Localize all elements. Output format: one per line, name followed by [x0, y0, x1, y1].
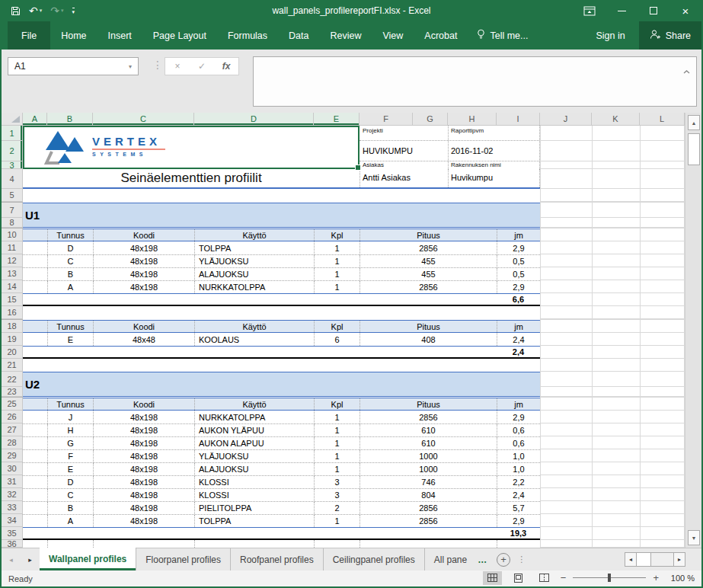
cell[interactable] [497, 540, 540, 548]
row-header[interactable]: 29 [2, 449, 23, 462]
column-header[interactable]: F [359, 113, 413, 126]
cell[interactable] [23, 437, 47, 449]
cell[interactable] [194, 528, 314, 538]
row-header[interactable]: 5 [2, 189, 23, 202]
cell[interactable] [23, 528, 47, 538]
ribbon-display-options-icon[interactable] [574, 0, 606, 21]
cell[interactable] [23, 294, 47, 305]
cell[interactable] [93, 347, 194, 357]
cell[interactable] [47, 347, 93, 357]
cell[interactable] [23, 268, 47, 280]
client-value[interactable]: Antti Asiakas [363, 173, 411, 182]
cell[interactable] [194, 294, 314, 305]
empty-cells-grid[interactable] [540, 126, 685, 548]
cell[interactable] [93, 540, 194, 548]
page-break-preview-icon[interactable] [535, 571, 554, 585]
header-koodi[interactable]: Koodi [93, 321, 194, 332]
cell[interactable] [23, 229, 47, 241]
cell[interactable] [314, 528, 359, 538]
header-koodi[interactable]: Koodi [93, 398, 194, 410]
row-header[interactable]: 4 [2, 169, 23, 189]
cell[interactable]: 2,4 [497, 333, 540, 346]
cell[interactable]: 48x48 [93, 333, 194, 346]
normal-view-icon[interactable] [483, 571, 502, 585]
row-header[interactable]: 18 [2, 320, 23, 333]
row-header[interactable]: 8 [2, 218, 23, 228]
tab-view[interactable]: View [372, 21, 414, 50]
cell[interactable]: 3 [314, 489, 359, 501]
cell[interactable]: 48x198 [93, 502, 194, 514]
column-header[interactable]: H [448, 113, 497, 126]
row-header[interactable]: 19 [2, 333, 23, 346]
cell[interactable]: 1000 [359, 450, 497, 462]
column-header[interactable]: A [23, 113, 47, 126]
cell[interactable]: 1 [314, 450, 359, 462]
cell[interactable]: 1 [314, 241, 359, 254]
total-value[interactable]: 19,3 [497, 528, 540, 538]
header-jm[interactable]: jm [497, 398, 540, 410]
cell[interactable] [194, 540, 314, 548]
cell[interactable]: 1 [314, 268, 359, 280]
cell[interactable]: 2856 [359, 502, 497, 514]
cell[interactable] [23, 255, 47, 267]
name-box[interactable]: A1 ▾ [8, 57, 139, 75]
column-header[interactable]: K [592, 113, 640, 126]
header-kpl[interactable]: Kpl [314, 229, 359, 241]
customize-qat-icon[interactable]: ▾ [72, 8, 75, 14]
cell[interactable]: 48x198 [93, 411, 194, 423]
cell[interactable]: 1 [314, 411, 359, 423]
row-header[interactable]: 20 [2, 346, 23, 359]
sheet-nav-right-icon[interactable]: ▸ [21, 548, 40, 570]
cell[interactable]: 1 [314, 515, 359, 527]
header-koodi[interactable]: Koodi [93, 229, 194, 241]
minimize-button[interactable] [606, 0, 637, 21]
column-header[interactable]: D [194, 113, 314, 126]
cell[interactable]: 2 [314, 502, 359, 514]
cell[interactable]: 2,4 [497, 489, 540, 501]
header-kpl[interactable]: Kpl [314, 398, 359, 410]
cell[interactable] [23, 515, 47, 527]
row-header[interactable]: 31 [2, 475, 23, 488]
cell[interactable] [93, 294, 194, 305]
row-header[interactable]: 15 [2, 293, 23, 306]
header-pituus[interactable]: Pituus [359, 398, 497, 410]
cell[interactable]: B [47, 268, 93, 280]
cell[interactable]: ALAJUOKSU [194, 268, 314, 280]
cell[interactable]: AUKON YLÄPUU [194, 424, 314, 436]
cell[interactable] [23, 540, 47, 548]
name-box-dropdown-icon[interactable]: ▾ [129, 63, 138, 70]
row-header[interactable]: 36 [2, 540, 23, 548]
cell[interactable] [23, 241, 47, 254]
horizontal-scrollbar-thumb[interactable] [637, 552, 651, 567]
cell[interactable]: A [47, 515, 93, 527]
tab-file[interactable]: File [8, 21, 50, 50]
cell[interactable] [93, 528, 194, 538]
header-pituus[interactable]: Pituus [359, 229, 497, 241]
cell[interactable]: 408 [359, 333, 497, 346]
total-value[interactable]: 6,6 [497, 294, 540, 305]
sheet-nav-left-icon[interactable]: ◂ [2, 548, 21, 570]
column-header[interactable]: L [640, 113, 685, 126]
tab-page-layout[interactable]: Page Layout [142, 21, 217, 50]
tab-review[interactable]: Review [319, 21, 372, 50]
cell[interactable] [314, 294, 359, 305]
cell[interactable]: 6 [314, 333, 359, 346]
header-kaytto[interactable]: Käyttö [194, 398, 314, 410]
building-value[interactable]: Huvikumpu [451, 173, 493, 182]
undo-button[interactable]: ↶▾ [29, 5, 42, 16]
cell[interactable]: E [47, 463, 93, 475]
header-kaytto[interactable]: Käyttö [194, 229, 314, 241]
cell[interactable]: KLOSSI [194, 476, 314, 488]
cell[interactable]: 2,9 [497, 515, 540, 527]
cell[interactable] [23, 333, 47, 346]
cell[interactable] [23, 502, 47, 514]
cell[interactable] [23, 424, 47, 436]
cell[interactable] [359, 528, 497, 538]
cell[interactable]: 2856 [359, 281, 497, 293]
cell[interactable]: 48x198 [93, 437, 194, 449]
cell[interactable]: AUKON ALAPUU [194, 437, 314, 449]
title-band[interactable]: Seinäelementtien profiilit Antti Asiakas… [23, 169, 540, 189]
scroll-down-icon[interactable]: ▼ [688, 530, 700, 545]
cancel-icon[interactable]: × [165, 58, 190, 75]
report-meta-block[interactable]: Projekti Raporttipvm HUVIKUMPU 2016-11-0… [359, 126, 540, 169]
